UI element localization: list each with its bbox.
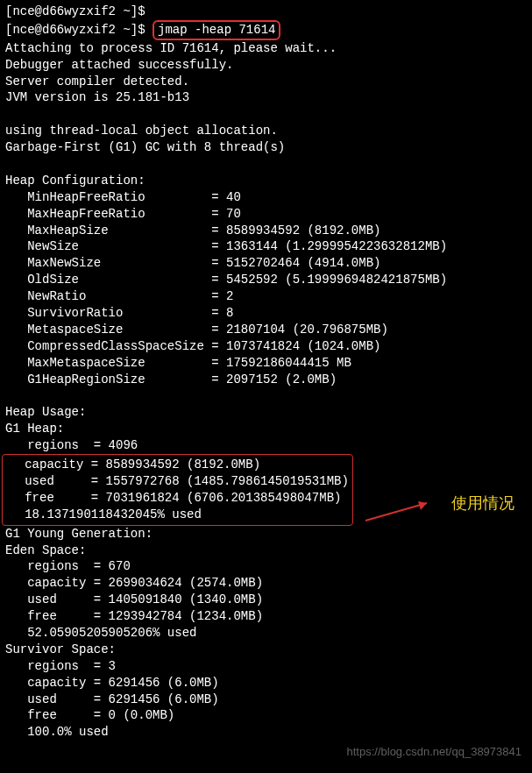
watermark-text: https://blog.csdn.net/qq_38973841 [347, 744, 522, 760]
eden-row: regions = 670 [5, 558, 527, 575]
surv-row: capacity = 6291456 (6.0MB) [5, 675, 527, 691]
cfg-row: G1HeapRegionSize = 2097152 (2.0MB) [5, 372, 527, 388]
cfg-row: NewSize = 1363144 (1.2999954223632812MB) [5, 238, 527, 255]
usage-annotation: 使用情况 [451, 493, 514, 514]
usage-highlight-box: capacity = 8589934592 (8192.0MB) used = … [2, 454, 353, 526]
g1heap-header: G1 Heap: [5, 421, 527, 437]
eden-row: used = 1405091840 (1340.0MB) [5, 592, 527, 608]
surv-row: used = 6291456 (6.0MB) [5, 691, 527, 708]
cfg-row: MaxHeapFreeRatio = 70 [5, 206, 527, 223]
usage-row: 18.137190118432045% used [3, 507, 349, 523]
output-blank [5, 106, 527, 123]
cfg-row: NewRatio = 2 [5, 288, 527, 305]
surv-row: free = 0 (0.0MB) [5, 707, 527, 724]
output-line: using thread-local object allocation. [5, 123, 527, 139]
g1heap-regions: regions = 4096 [5, 437, 527, 454]
output-blank [5, 387, 527, 404]
cfg-row: OldSize = 5452592 (5.1999969482421875MB) [5, 272, 527, 288]
heap-usage-header: Heap Usage: [5, 404, 527, 421]
usage-row: used = 1557972768 (1485.7986145019531MB) [3, 473, 349, 490]
output-line: Garbage-First (G1) GC with 8 thread(s) [5, 139, 527, 156]
prompt-host: [nce@d66wyzxif2 ~]$ [5, 4, 145, 18]
cfg-row: CompressedClassSpaceSize = 1073741824 (1… [5, 338, 527, 355]
survivor-header: Survivor Space: [5, 642, 527, 658]
prompt-host: [nce@d66wyzxif2 ~]$ [5, 23, 145, 37]
svg-line-0 [365, 503, 427, 521]
cfg-row: MaxNewSize = 5152702464 (4914.0MB) [5, 255, 527, 272]
output-line: JVM version is 25.181-b13 [5, 89, 527, 106]
eden-row: free = 1293942784 (1234.0MB) [5, 608, 527, 625]
surv-row: 100.0% used [5, 724, 527, 741]
cfg-row: SurvivorRatio = 8 [5, 305, 527, 322]
command-text: jmap -heap 71614 [158, 23, 275, 37]
usage-row: capacity = 8589934592 (8192.0MB) [3, 457, 349, 473]
heap-config-header: Heap Configuration: [5, 173, 527, 189]
eden-header: Eden Space: [5, 543, 527, 559]
cfg-row: MetaspaceSize = 21807104 (20.796875MB) [5, 322, 527, 338]
output-line: Attaching to process ID 71614, please wa… [5, 40, 527, 57]
young-gen-header: G1 Young Generation: [5, 526, 527, 543]
cfg-row: MaxHeapSize = 8589934592 (8192.0MB) [5, 223, 527, 239]
eden-row: 52.05905205905206% used [5, 625, 527, 642]
arrow-icon [365, 493, 436, 533]
output-blank [5, 156, 527, 173]
surv-row: regions = 3 [5, 658, 527, 675]
output-line: Server compiler detected. [5, 74, 527, 90]
eden-row: capacity = 2699034624 (2574.0MB) [5, 575, 527, 592]
usage-row: free = 7031961824 (6706.201385498047MB) [3, 490, 349, 507]
prompt-line-2: [nce@d66wyzxif2 ~]$ jmap -heap 71614 [5, 20, 527, 40]
cfg-row: MinHeapFreeRatio = 40 [5, 189, 527, 206]
prompt-line-1: [nce@d66wyzxif2 ~]$ [5, 4, 527, 20]
output-line: Debugger attached successfully. [5, 57, 527, 74]
cfg-row: MaxMetaspaceSize = 17592186044415 MB [5, 355, 527, 372]
command-highlight: jmap -heap 71614 [153, 20, 280, 40]
